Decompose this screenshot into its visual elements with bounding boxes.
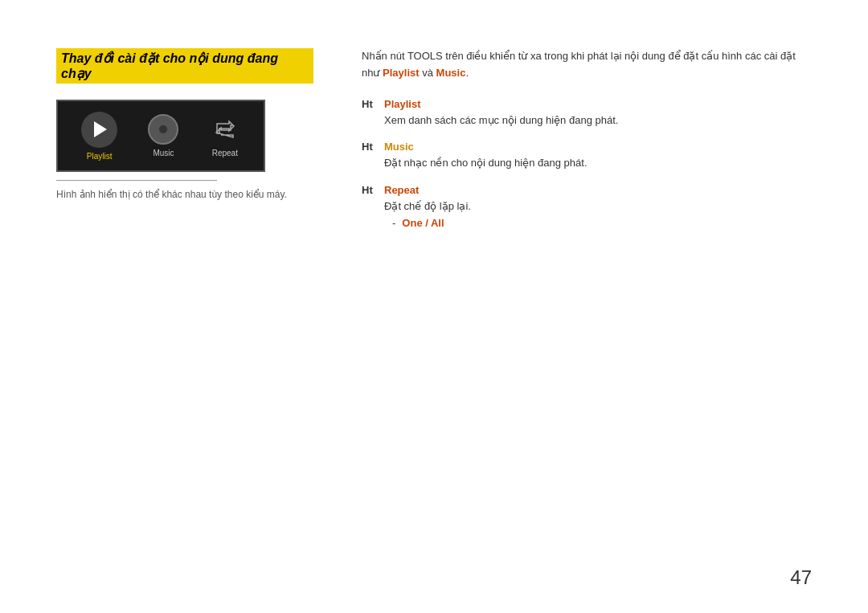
media-player: Playlist Music Repeat: [56, 100, 265, 172]
ht-label-2: Ht: [362, 141, 378, 153]
player-repeat: Repeat: [210, 114, 240, 157]
page-container: Thay đổi cài đặt cho nội dung đang chạy …: [0, 0, 868, 613]
sub-label-one-all: One / All: [402, 217, 444, 229]
intro-playlist: Playlist: [383, 67, 420, 79]
player-music: Music: [148, 114, 178, 157]
intro-paragraph: Nhấn nút TOOLS trên điều khiển từ xa tro…: [362, 48, 812, 82]
page-number: 47: [790, 566, 812, 589]
music-disc-icon: [148, 114, 178, 145]
item-title-repeat: Repeat: [384, 184, 812, 196]
item-desc-playlist: Xem danh sách các mục nội dung hiện đang…: [384, 112, 812, 129]
ht-label-3: Ht: [362, 184, 378, 196]
sub-item-one-all: - One / All: [392, 217, 812, 231]
item-content-2: Music Đặt nhạc nền cho nội dung hiện đan…: [384, 141, 812, 171]
ht-label-1: Ht: [362, 98, 378, 110]
left-column: Thay đổi cài đặt cho nội dung đang chạy …: [56, 48, 313, 200]
intro-music: Music: [436, 67, 466, 79]
item-title-music: Music: [384, 141, 812, 153]
content-wrapper: Thay đổi cài đặt cho nội dung đang chạy …: [56, 48, 812, 244]
item-repeat: Ht Repeat Đặt chế độ lặp lại. - One / Al…: [362, 184, 812, 232]
note-text: Hình ảnh hiển thị có thể khác nhau tùy t…: [56, 189, 313, 200]
divider: [56, 180, 217, 181]
item-music: Ht Music Đặt nhạc nền cho nội dung hiện …: [362, 141, 812, 171]
item-title-playlist: Playlist: [384, 98, 812, 110]
play-triangle-icon: [94, 121, 107, 137]
play-icon: [81, 112, 117, 148]
intro-mid: và: [420, 67, 436, 79]
intro-end: .: [465, 67, 469, 79]
item-desc-repeat: Đặt chế độ lặp lại.: [384, 198, 812, 215]
right-column: Nhấn nút TOOLS trên điều khiển từ xa tro…: [362, 48, 812, 244]
item-content-3: Repeat Đặt chế độ lặp lại. - One / All: [384, 184, 812, 232]
player-playlist: Playlist: [81, 112, 117, 161]
item-content-1: Playlist Xem danh sách các mục nội dung …: [384, 98, 812, 129]
playlist-label: Playlist: [87, 152, 113, 161]
item-playlist: Ht Playlist Xem danh sách các mục nội du…: [362, 98, 812, 129]
item-desc-music: Đặt nhạc nền cho nội dung hiện đang phát…: [384, 155, 812, 171]
page-title: Thay đổi cài đặt cho nội dung đang chạy: [56, 48, 313, 84]
repeat-label: Repeat: [212, 149, 238, 157]
repeat-icon: [213, 117, 237, 141]
music-label: Music: [153, 149, 174, 157]
sub-dash: -: [392, 217, 395, 229]
